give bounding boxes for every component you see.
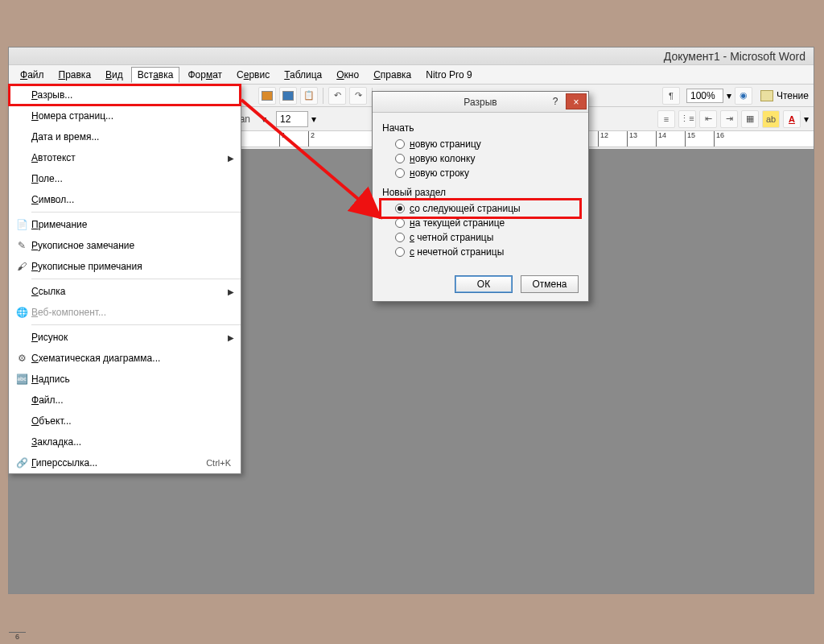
blank-icon	[12, 392, 31, 408]
book-icon	[760, 90, 773, 101]
menu-nitro[interactable]: Nitro Pro 9	[419, 67, 478, 83]
radio-label: на текущей странице	[410, 217, 505, 229]
dropdown-arrow-icon[interactable]: ▾	[311, 114, 316, 125]
menu-item-label: Ссылка	[31, 286, 223, 297]
radio-option[interactable]: с четной страницы	[382, 230, 579, 245]
menu-item[interactable]: Разрыв...	[9, 85, 241, 105]
submenu-arrow-icon: ▶	[223, 154, 234, 163]
menu-item-label: Гиперссылка...	[31, 457, 206, 469]
menu-item-label: Закладка...	[31, 436, 234, 448]
radio-label: с нечетной страницы	[410, 246, 504, 258]
font-size-input[interactable]	[276, 111, 308, 127]
menu-item-label: Рисунок	[31, 332, 223, 343]
menu-item[interactable]: Файл...	[9, 390, 241, 411]
radio-dot-icon	[395, 233, 405, 242]
reading-label: Чтение	[777, 90, 809, 101]
radio-dot-icon	[395, 247, 405, 257]
menu-item[interactable]: Символ...	[9, 189, 241, 210]
menu-item-label: Разрыв...	[31, 89, 234, 101]
dialog-close-button[interactable]: ×	[566, 93, 587, 109]
tool-generic-icon[interactable]	[258, 87, 276, 105]
ruler-tick: 2	[308, 131, 315, 147]
menu-edit[interactable]: Правка	[52, 67, 98, 83]
note-icon: 📄	[12, 217, 31, 233]
highlight-icon[interactable]: ab	[762, 110, 780, 128]
cancel-button[interactable]: Отмена	[521, 275, 579, 293]
vruler-tick: 6	[9, 632, 26, 641]
indent-right-icon[interactable]: ⇥	[720, 110, 738, 128]
dropdown-arrow-icon[interactable]: ▾	[804, 114, 809, 125]
paste-icon[interactable]: 📋	[300, 87, 318, 105]
dialog-help-button[interactable]: ?	[546, 93, 564, 109]
title-bar: Документ1 - Microsoft Word	[9, 47, 814, 65]
menu-item[interactable]: 🖌Рукописные примечания	[9, 256, 241, 277]
radio-option[interactable]: новую страницу	[382, 137, 579, 151]
menu-help[interactable]: Справка	[367, 67, 418, 83]
help-icon[interactable]: ◉	[735, 87, 752, 105]
indent-left-icon[interactable]: ⇤	[699, 110, 717, 128]
menu-item: 🌐Веб-компонент...	[9, 302, 241, 323]
menu-item[interactable]: Закладка...	[9, 431, 241, 452]
blank-icon	[12, 171, 31, 187]
menu-item-label: Веб-компонент...	[31, 307, 234, 318]
font-color-icon[interactable]: A	[783, 110, 801, 128]
menu-item[interactable]: Дата и время...	[9, 126, 241, 147]
menu-item[interactable]: Поле...	[9, 168, 241, 189]
pilcrow-icon[interactable]: ¶	[662, 87, 680, 105]
menu-item-label: Примечание	[31, 219, 234, 230]
radio-option[interactable]: со следующей страницы	[382, 201, 579, 216]
diag-icon: ⚙	[12, 350, 31, 366]
blank-icon	[12, 87, 31, 103]
menu-view[interactable]: Вид	[99, 67, 130, 83]
radio-label: новую строку	[410, 167, 469, 179]
ruler-tick: 1	[279, 131, 286, 147]
undo-icon[interactable]: ↶	[328, 87, 346, 105]
menu-item[interactable]: Номера страниц...	[9, 105, 241, 126]
menu-item-label: Автотекст	[31, 152, 223, 163]
menu-format[interactable]: Формат	[181, 67, 229, 83]
menu-item[interactable]: Ссылка▶	[9, 281, 241, 302]
bullets-icon[interactable]: ≡	[657, 110, 675, 128]
blank-icon	[12, 150, 31, 166]
menu-file[interactable]: ФФайлайл	[14, 67, 51, 83]
radio-dot-icon	[395, 139, 405, 149]
dropdown-arrow-icon[interactable]: ▾	[727, 90, 731, 101]
zoom-input[interactable]	[686, 89, 723, 103]
dialog-button-row: ОК Отмена	[373, 267, 588, 301]
menu-item[interactable]: 📄Примечание	[9, 214, 241, 235]
dialog-titlebar: Разрыв ? ×	[373, 92, 588, 113]
menu-item[interactable]: Рисунок▶	[9, 327, 241, 348]
radio-option[interactable]: на текущей странице	[382, 216, 579, 230]
menu-item[interactable]: ⚙Схематическая диаграмма...	[9, 348, 241, 369]
menu-item[interactable]: Объект...	[9, 411, 241, 431]
radio-option[interactable]: новую строку	[382, 166, 579, 180]
menu-tools[interactable]: Сервис	[230, 67, 276, 83]
group-label-section: Новый раздел	[382, 187, 579, 198]
ruler-tick: 13	[627, 131, 637, 147]
blank-icon	[12, 434, 31, 450]
menu-item[interactable]: 🔤Надпись	[9, 369, 241, 390]
menu-window[interactable]: Окно	[330, 67, 365, 83]
borders-icon[interactable]: ▦	[741, 110, 759, 128]
numbering-icon[interactable]: ⋮≡	[678, 110, 696, 128]
menu-insert[interactable]: Вставка	[131, 67, 180, 83]
menu-item-label: Объект...	[31, 415, 234, 427]
ink-icon: ✎	[12, 237, 31, 254]
zoom-control[interactable]: ▾	[686, 89, 731, 103]
menu-item[interactable]: 🔗Гиперссылка...Ctrl+K	[9, 452, 241, 473]
menu-item-label: Номера страниц...	[31, 110, 234, 122]
radio-option[interactable]: новую колонку	[382, 151, 579, 166]
dropdown-arrow-icon[interactable]: ▾	[262, 114, 266, 125]
menu-separator	[31, 279, 241, 279]
reading-mode-button[interactable]: Чтение	[760, 90, 809, 101]
tool-generic-icon[interactable]	[279, 87, 297, 105]
ok-button[interactable]: ОК	[455, 275, 513, 293]
insert-menu-dropdown: Разрыв...Номера страниц...Дата и время..…	[8, 84, 241, 474]
menu-table[interactable]: Таблица	[278, 67, 328, 83]
menu-item[interactable]: Автотекст▶	[9, 147, 241, 168]
menu-item-label: Файл...	[31, 394, 234, 406]
blank-icon	[12, 413, 31, 429]
menu-item[interactable]: ✎Рукописное замечание	[9, 235, 241, 256]
radio-option[interactable]: с нечетной страницы	[382, 245, 579, 259]
redo-icon[interactable]: ↷	[349, 87, 367, 105]
